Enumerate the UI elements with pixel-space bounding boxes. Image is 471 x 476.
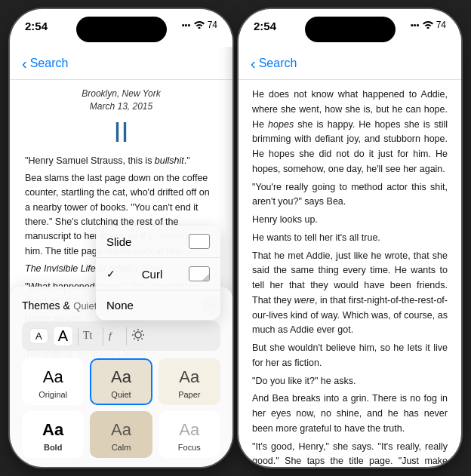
right-phone: 2:54 ▪▪▪ 74 ‹ Search He does not know wh… (239, 9, 461, 467)
right-back-chevron: ‹ (251, 56, 256, 71)
svg-line-9 (141, 330, 142, 331)
font-divider-1 (78, 327, 78, 345)
right-wifi-icon (423, 20, 433, 30)
right-para-6: But she wouldn't believe him, so he lets… (252, 341, 448, 371)
right-back-button[interactable]: ‹ Search (251, 56, 297, 71)
svg-line-8 (141, 338, 142, 339)
theme-card-focus[interactable]: Aa Focus (159, 411, 220, 458)
theme-focus-label: Focus (178, 443, 201, 452)
curl-icon (189, 266, 210, 281)
right-dynamic-island (305, 17, 396, 42)
right-battery: 74 (436, 20, 446, 30)
dynamic-island (76, 17, 167, 42)
font-large-a[interactable]: A (53, 326, 73, 346)
theme-card-quiet[interactable]: Aa Quiet (90, 358, 152, 405)
right-status-icons: ▪▪▪ 74 (411, 20, 446, 30)
theme-card-original[interactable]: Aa Original (22, 358, 84, 405)
theme-paper-label: Paper (178, 390, 200, 399)
svg-text:f: f (109, 330, 113, 341)
slide-icon (189, 234, 210, 249)
slide-option-slide[interactable]: Slide (96, 226, 220, 258)
right-para-4: He wants to tell her it's all true. (252, 231, 448, 246)
font-style-icon[interactable]: f (108, 329, 122, 343)
theme-bold-aa: Aa (42, 420, 63, 440)
left-nav-bar: ‹ Search (10, 47, 232, 80)
theme-card-bold[interactable]: Aa Bold (22, 411, 84, 458)
svg-text:Tt: Tt (83, 330, 93, 341)
book-chapter: II (25, 119, 217, 146)
theme-paper-aa: Aa (179, 367, 199, 387)
right-para-1: He does not know what happened to Addie,… (252, 88, 448, 177)
theme-calm-label: Calm (112, 443, 131, 452)
phones-container: 2:54 ▪▪▪ 74 ‹ Search Brooklyn, New YorkM… (0, 0, 471, 476)
right-para-8: And Bea breaks into a grin. There is no … (252, 392, 448, 436)
back-chevron-icon: ‹ (22, 56, 27, 71)
slide-option-none[interactable]: None (96, 290, 220, 320)
theme-focus-aa: Aa (179, 420, 199, 440)
svg-line-10 (134, 338, 134, 339)
book-location: Brooklyn, New YorkMarch 13, 2015 (25, 88, 217, 113)
slide-options-panel: Slide ✓ Curl None (96, 226, 220, 320)
theme-quiet-aa: Aa (111, 367, 131, 387)
theme-card-calm[interactable]: Aa Calm (90, 411, 152, 458)
slide-label: Slide (106, 235, 131, 248)
right-back-label: Search (259, 57, 297, 70)
font-family-icon[interactable]: Tt (83, 329, 98, 343)
themes-label: Themes & (22, 299, 70, 312)
book-header: Brooklyn, New YorkMarch 13, 2015 (25, 88, 217, 113)
font-small-a[interactable]: A (29, 328, 48, 344)
wifi-icon (194, 20, 205, 30)
theme-bold-label: Bold (44, 443, 62, 452)
curl-check: ✓ (106, 268, 115, 280)
back-label: Search (30, 57, 69, 70)
theme-calm-aa: Aa (111, 420, 131, 440)
curl-label: Curl (142, 268, 163, 281)
right-para-7: "Do you like it?" he asks. (252, 374, 448, 389)
right-para-3: Henry looks up. (252, 213, 448, 228)
battery-icon: 74 (208, 20, 217, 30)
theme-cards-grid: Aa Original Aa Quiet Aa Paper Aa Bold (22, 358, 220, 462)
theme-card-paper[interactable]: Aa Paper (159, 358, 220, 405)
left-status-icons: ▪▪▪ 74 (182, 20, 217, 30)
theme-original-label: Original (38, 390, 67, 399)
none-label: None (106, 299, 134, 312)
theme-original-aa: Aa (43, 367, 63, 387)
theme-quiet-label: Quiet (111, 390, 131, 399)
signal-icon: ▪▪▪ (182, 20, 191, 29)
right-time: 2:54 (254, 20, 276, 32)
right-signal-icon: ▪▪▪ (411, 20, 420, 29)
left-back-button[interactable]: ‹ Search (22, 56, 68, 71)
brightness-icon[interactable] (131, 328, 145, 345)
right-para-9: "It's good, Henry," she says. "It's real… (252, 440, 448, 468)
left-phone: 2:54 ▪▪▪ 74 ‹ Search Brooklyn, New YorkM… (10, 9, 232, 467)
font-divider-2 (103, 327, 103, 345)
font-controls-row: A A Tt f (22, 321, 220, 351)
svg-line-7 (134, 330, 134, 331)
right-book-content: He does not know what happened to Addie,… (239, 80, 461, 467)
left-time: 2:54 (25, 20, 48, 32)
right-para-2: "You're really going to method actor thi… (252, 180, 448, 210)
svg-point-2 (135, 332, 141, 338)
para-1: "Henry Samuel Strauss, this is bullshit.… (25, 154, 217, 168)
font-divider-3 (126, 327, 127, 345)
right-para-5: That he met Addie, just like he wrote, t… (252, 249, 448, 339)
right-nav-bar: ‹ Search (239, 47, 461, 80)
slide-option-curl[interactable]: ✓ Curl (96, 258, 220, 290)
